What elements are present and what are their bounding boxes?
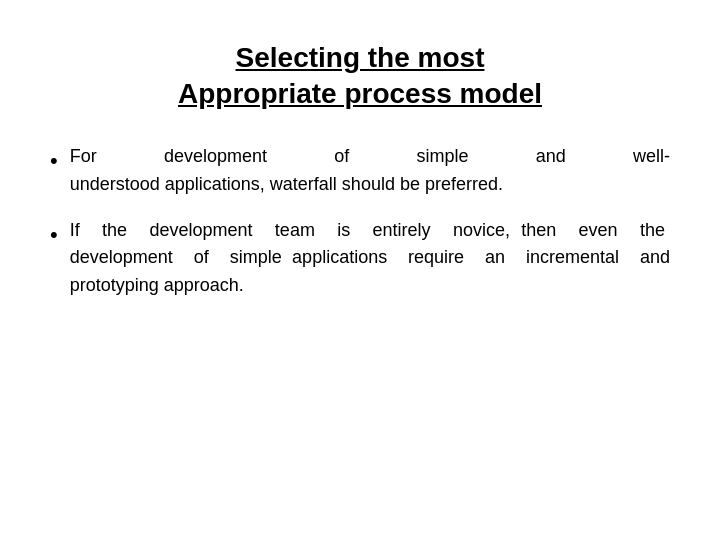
bullet-dot-2: • <box>50 218 58 252</box>
title-line-2: Appropriate process model <box>178 76 542 112</box>
bullet-item-1: • For development of simple and well-und… <box>50 143 670 199</box>
bullet-text-1: For development of simple and well-under… <box>70 143 670 199</box>
content-area: • For development of simple and well-und… <box>50 143 670 318</box>
bullet-dot-1: • <box>50 144 58 178</box>
bullet-item-2: • If the development team is entirely no… <box>50 217 670 301</box>
slide-title: Selecting the most Appropriate process m… <box>178 40 542 113</box>
title-line-1: Selecting the most <box>178 40 542 76</box>
bullet-text-2: If the development team is entirely novi… <box>70 217 670 301</box>
